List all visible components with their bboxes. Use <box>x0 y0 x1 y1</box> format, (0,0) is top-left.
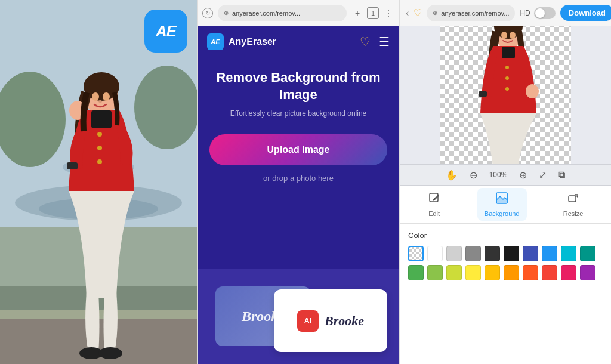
middle-url-bar[interactable]: ⊕ anyeraser.com/remov... <box>218 5 347 21</box>
ai-badge: AI <box>297 310 319 332</box>
color-grid <box>408 246 603 280</box>
toggle-knob <box>535 8 545 18</box>
result-image <box>440 26 571 164</box>
svg-point-15 <box>98 347 122 359</box>
color-swatch[interactable] <box>465 265 481 280</box>
upload-image-button[interactable]: Upload Image <box>209 134 387 165</box>
tab-count-icon[interactable]: 1 <box>367 7 379 19</box>
color-swatch[interactable] <box>465 246 481 261</box>
card-white-text: Brooke <box>325 313 364 329</box>
middle-browser-bar: ↻ ⊕ anyeraser.com/remov... + 1 ⋮ <box>198 0 399 26</box>
color-swatch[interactable] <box>580 246 595 261</box>
svg-point-10 <box>134 66 197 149</box>
back-button[interactable]: ‹ <box>406 7 409 20</box>
svg-point-27 <box>526 84 539 98</box>
app-header: AE AnyEraser ♡ ☰ <box>198 26 399 57</box>
svg-point-34 <box>510 32 516 39</box>
zoom-out-icon[interactable]: ⊖ <box>470 169 477 181</box>
color-swatch[interactable] <box>523 265 538 280</box>
color-section-title: Color <box>408 231 603 240</box>
color-swatch[interactable] <box>504 265 519 280</box>
zoom-level: 100% <box>489 171 508 179</box>
transparent-image-container <box>440 26 571 164</box>
color-row-2 <box>408 265 603 280</box>
color-swatch[interactable] <box>504 246 519 261</box>
tab-add-icon[interactable]: + <box>351 7 363 19</box>
right-url-text: anyeraser.com/remov... <box>441 10 509 17</box>
svg-point-30 <box>505 66 509 69</box>
more-options-icon[interactable]: ⋮ <box>382 7 394 19</box>
color-section: Color <box>400 224 611 364</box>
color-swatch[interactable] <box>542 246 557 261</box>
svg-rect-20 <box>67 162 78 169</box>
result-area: ✋ ⊖ 100% ⊕ ⤢ ⧉ Edit <box>400 26 611 364</box>
color-swatch[interactable] <box>408 246 424 261</box>
ae-logo-text: AE <box>156 22 176 41</box>
drop-text: or drop a photo here <box>263 174 334 183</box>
middle-browser-actions: + 1 ⋮ <box>351 7 394 19</box>
right-browser-bar: ‹ ♡ ⊕ anyeraser.com/remov... HD Download <box>400 0 611 26</box>
svg-point-22 <box>103 92 110 101</box>
svg-point-17 <box>97 132 102 137</box>
color-swatch[interactable] <box>542 265 557 280</box>
color-swatch[interactable] <box>485 246 500 261</box>
app-header-right: ♡ ☰ <box>360 35 390 49</box>
svg-point-19 <box>97 159 102 164</box>
color-swatch[interactable] <box>580 265 595 280</box>
main-subtitle: Effortlessly clear picture background on… <box>230 109 367 118</box>
middle-url-text: anyeraser.com/remov... <box>232 10 300 17</box>
background-scene <box>0 0 197 364</box>
edit-icon <box>428 192 441 208</box>
cards-area: Brooke AI Brooke <box>198 269 399 364</box>
color-swatch[interactable] <box>427 246 443 261</box>
heart-icon[interactable]: ♡ <box>360 35 371 49</box>
tools-bar: ✋ ⊖ 100% ⊕ ⤢ ⧉ <box>400 164 611 186</box>
download-button[interactable]: Download <box>560 5 611 21</box>
tab-background[interactable]: Background <box>477 188 527 221</box>
svg-point-31 <box>505 76 509 80</box>
fit-icon[interactable]: ⤢ <box>539 169 547 181</box>
image-preview-area <box>400 26 611 164</box>
zoom-in-icon[interactable]: ⊕ <box>519 169 527 181</box>
tab-resize-label: Resize <box>563 210 584 217</box>
svg-point-21 <box>92 92 99 101</box>
resize-icon <box>567 192 580 208</box>
split-view-icon[interactable]: ⧉ <box>558 169 565 180</box>
menu-icon[interactable]: ☰ <box>379 35 390 49</box>
right-url-icon: ⊕ <box>433 10 437 16</box>
hd-toggle-area: HD <box>520 7 555 19</box>
ae-logo: AE <box>144 10 187 53</box>
background-icon <box>495 192 508 208</box>
right-url-bar[interactable]: ⊕ anyeraser.com/remov... <box>427 5 515 21</box>
app-logo-area: AE AnyEraser <box>207 33 276 50</box>
app-logo-icon: AE <box>207 33 224 50</box>
svg-rect-13 <box>91 110 112 128</box>
favorite-icon[interactable]: ♡ <box>413 7 422 18</box>
color-swatch[interactable] <box>446 246 462 261</box>
tab-edit-label: Edit <box>428 210 440 217</box>
color-swatch[interactable] <box>427 265 443 280</box>
app-content: Remove Background from Image Effortlessl… <box>198 57 399 269</box>
svg-rect-40 <box>569 196 576 202</box>
svg-point-18 <box>97 146 102 150</box>
reload-icon[interactable]: ↻ <box>202 8 213 18</box>
tab-resize[interactable]: Resize <box>556 188 591 221</box>
svg-point-32 <box>505 87 509 91</box>
color-swatch[interactable] <box>523 246 538 261</box>
action-tabs: Edit Background <box>400 186 611 224</box>
color-swatch[interactable] <box>561 246 576 261</box>
hd-toggle-switch[interactable] <box>534 7 556 19</box>
svg-rect-26 <box>502 47 515 58</box>
color-swatch[interactable] <box>561 265 576 280</box>
svg-point-23 <box>98 100 102 103</box>
pan-tool-icon[interactable]: ✋ <box>446 169 458 181</box>
color-swatch[interactable] <box>485 265 500 280</box>
tab-edit[interactable]: Edit <box>421 188 448 221</box>
color-row-1 <box>408 246 603 261</box>
url-icon: ⊕ <box>224 10 229 16</box>
left-panel: AE <box>0 0 197 364</box>
color-swatch[interactable] <box>446 265 462 280</box>
color-swatch[interactable] <box>408 265 424 280</box>
left-panel-background: AE <box>0 0 197 364</box>
mobile-app: AE AnyEraser ♡ ☰ Remove Background from … <box>198 26 399 364</box>
